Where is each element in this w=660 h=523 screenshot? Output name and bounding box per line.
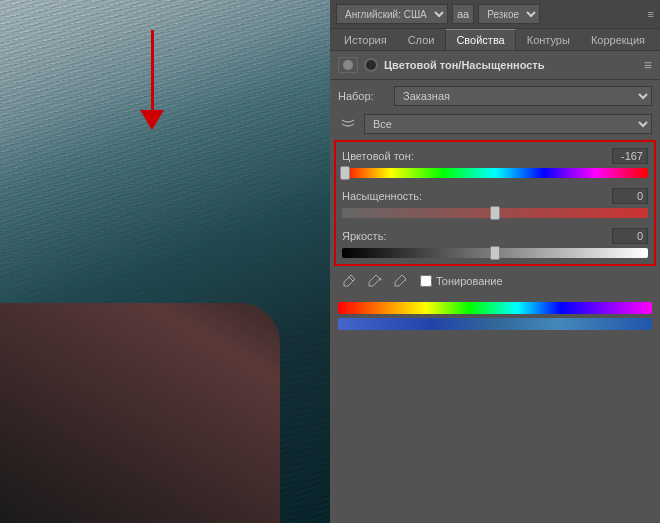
svg-line-0 [349,277,353,281]
tools-row: + - Тонирование [330,266,660,296]
spectrum-row [330,296,660,336]
arrow-line [151,30,154,110]
top-bar: Английский: США аa Резкое ≡ [330,0,660,29]
panel-menu-top[interactable]: ≡ [648,8,654,20]
tab-properties[interactable]: Свойства [445,29,515,50]
panel-header: Цветовой тон/Насыщенность ≡ [330,51,660,80]
brightness-label-row: Яркость: 0 [342,228,648,244]
preset-row: Набор: Заказная [338,86,652,106]
saturation-thumb[interactable] [490,206,500,220]
face-area [0,303,280,523]
preset-label: Набор: [338,90,388,102]
aa-button[interactable]: аa [452,4,474,24]
tab-history[interactable]: История [334,29,397,50]
channel-select[interactable]: Все [364,114,652,134]
toning-checkbox-row: Тонирование [420,275,503,287]
preset-select[interactable]: Заказная [394,86,652,106]
svg-text:+: + [378,275,383,284]
hue-track[interactable] [342,168,648,178]
toning-label: Тонирование [436,275,503,287]
brightness-value[interactable]: 0 [612,228,648,244]
tab-layers[interactable]: Слои [398,29,445,50]
channel-icon[interactable] [338,114,358,134]
panel-menu-icon[interactable]: ≡ [644,57,652,73]
svg-text:-: - [404,275,407,284]
spectrum-blue-bar [338,318,652,330]
tabs-row: История Слои Свойства Контуры Коррекция [330,29,660,51]
top-bar-left: Английский: США аa Резкое [336,4,642,24]
photo-canvas [0,0,330,523]
spectrum-rainbow-bar [338,302,652,314]
panel-icon-small [364,58,378,72]
brightness-thumb[interactable] [490,246,500,260]
red-arrow [140,30,164,130]
hue-label: Цветовой тон: [342,150,414,162]
controls-area: Набор: Заказная Все [330,80,660,140]
tab-correction[interactable]: Коррекция [581,29,655,50]
brightness-track[interactable] [342,248,648,258]
saturation-label-row: Насыщенность: 0 [342,188,648,204]
language-select[interactable]: Английский: США [336,4,448,24]
eyedropper-plus-icon[interactable]: + [364,270,386,292]
hue-slider-row: Цветовой тон: -167 [342,148,648,178]
eyedropper-minus-icon[interactable]: - [390,270,412,292]
saturation-label: Насыщенность: [342,190,422,202]
eyedropper-icon[interactable] [338,270,360,292]
panel-icon-circle [343,60,353,70]
saturation-value[interactable]: 0 [612,188,648,204]
brightness-label: Яркость: [342,230,386,242]
toning-checkbox[interactable] [420,275,432,287]
hue-saturation-section: Цветовой тон: -167 Насыщенность: 0 Яркос… [334,140,656,266]
saturation-track[interactable] [342,208,648,218]
panel-title: Цветовой тон/Насыщенность [384,59,545,71]
panel-icon-box [338,57,358,73]
hue-label-row: Цветовой тон: -167 [342,148,648,164]
hue-thumb[interactable] [340,166,350,180]
saturation-slider-row: Насыщенность: 0 [342,188,648,218]
right-panel: Английский: США аa Резкое ≡ История Слои… [330,0,660,523]
brightness-slider-row: Яркость: 0 [342,228,648,258]
tab-contours[interactable]: Контуры [517,29,580,50]
hue-value[interactable]: -167 [612,148,648,164]
arrow-head [140,110,164,130]
filter-select[interactable]: Резкое [478,4,540,24]
channel-row: Все [338,114,652,134]
